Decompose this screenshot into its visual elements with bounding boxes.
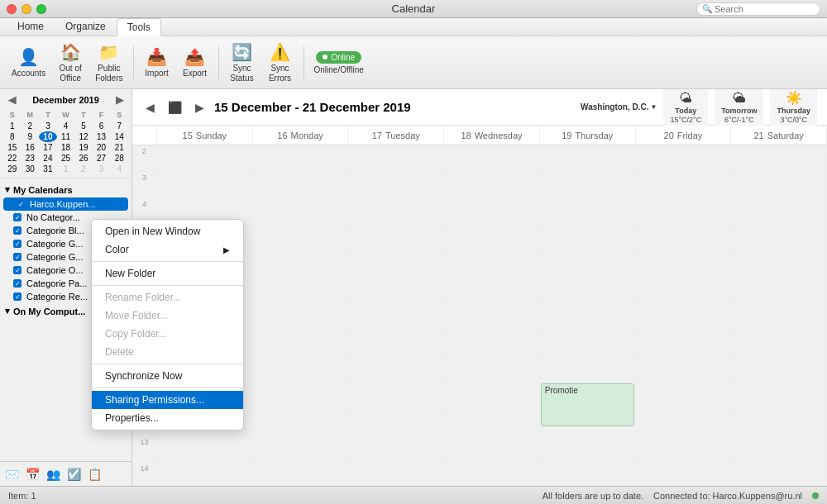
cal-cell-4-5[interactable] xyxy=(636,251,732,278)
cal-cell-6-4[interactable] xyxy=(540,304,636,330)
cal-cell-1-2[interactable] xyxy=(348,172,444,198)
mini-cal-day-0-0[interactable]: 1 xyxy=(3,121,22,131)
mini-cal-day-3-4[interactable]: 26 xyxy=(74,153,93,164)
cal-cell-5-2[interactable] xyxy=(348,278,444,304)
mini-cal-day-1-2[interactable]: 10 xyxy=(39,131,57,142)
cal-cell-12-4[interactable] xyxy=(540,463,636,486)
mini-cal-day-2-2[interactable]: 17 xyxy=(39,142,57,153)
cal-cell-9-3[interactable] xyxy=(444,383,540,410)
cal-cell-2-5[interactable] xyxy=(636,198,732,225)
cal-cell-11-3[interactable] xyxy=(444,436,540,463)
cal-cell-6-5[interactable] xyxy=(636,304,732,330)
mini-cal-day-3-5[interactable]: 27 xyxy=(93,153,111,164)
cal-cell-12-1[interactable] xyxy=(253,463,349,486)
cal-cell-2-4[interactable] xyxy=(540,198,636,225)
cal-cell-1-6[interactable] xyxy=(731,172,827,198)
cal-cell-11-2[interactable] xyxy=(348,436,444,463)
cal-cell-6-3[interactable] xyxy=(444,304,540,330)
day-header-20[interactable]: 20 Friday xyxy=(636,126,732,145)
cal-cell-7-6[interactable] xyxy=(731,330,827,357)
cal-cell-7-3[interactable] xyxy=(444,330,540,357)
day-header-15[interactable]: 15 Sunday xyxy=(157,126,253,145)
cal-cell-6-6[interactable] xyxy=(731,304,827,330)
cal-cell-0-0[interactable] xyxy=(157,145,253,172)
calendar-icon[interactable]: 📅 xyxy=(26,468,40,481)
cal-cell-9-4[interactable]: Promotie▼ xyxy=(540,383,636,410)
my-calendars-group[interactable]: ▾ My Calendars xyxy=(0,182,131,197)
cal-cell-11-5[interactable] xyxy=(636,436,732,463)
accounts-button[interactable]: 👤 Accounts xyxy=(7,44,50,81)
mini-cal-day-1-4[interactable]: 12 xyxy=(74,131,93,142)
mini-cal-day-0-5[interactable]: 6 xyxy=(93,121,111,131)
cal-cell-2-3[interactable] xyxy=(444,198,540,225)
out-of-office-button[interactable]: 🏠 Out ofOffice xyxy=(52,39,88,87)
cal-cell-5-6[interactable] xyxy=(731,278,827,304)
cal-cell-3-3[interactable] xyxy=(444,225,540,251)
cal-cell-4-2[interactable] xyxy=(348,251,444,278)
day-header-19[interactable]: 19 Thursday xyxy=(540,126,636,145)
cal-cell-3-5[interactable] xyxy=(636,225,732,251)
mini-cal-day-1-0[interactable]: 8 xyxy=(3,131,22,142)
mini-cal-day-3-1[interactable]: 23 xyxy=(22,153,40,164)
cal-cell-1-4[interactable] xyxy=(540,172,636,198)
cal-cell-1-1[interactable] xyxy=(253,172,349,198)
minimize-button[interactable] xyxy=(22,4,31,14)
cal-cell-0-2[interactable] xyxy=(348,145,444,172)
sync-status-button[interactable]: 🔄 SyncStatus xyxy=(224,39,261,87)
mini-cal-day-3-0[interactable]: 22 xyxy=(3,153,22,164)
cal-cell-0-6[interactable] xyxy=(731,145,827,172)
cal-cell-7-2[interactable] xyxy=(348,330,444,357)
cal-cell-0-4[interactable] xyxy=(540,145,636,172)
mini-cal-day-1-1[interactable]: 9 xyxy=(22,131,40,142)
cal-cell-2-2[interactable] xyxy=(348,198,444,225)
ctx-synchronize-now[interactable]: Synchronize Now xyxy=(92,367,243,385)
cal-cell-1-0[interactable] xyxy=(157,172,253,198)
ctx-open-new-window[interactable]: Open in New Window xyxy=(92,222,243,240)
location-dropdown-icon[interactable]: ▼ xyxy=(651,103,657,111)
cal-cell-9-5[interactable] xyxy=(636,383,732,410)
day-header-18[interactable]: 18 Wednesday xyxy=(444,126,540,145)
cal-prev-button[interactable]: ◀ xyxy=(142,99,158,116)
cal-cell-10-3[interactable] xyxy=(444,410,540,436)
cal-cell-8-3[interactable] xyxy=(444,357,540,383)
mini-cal-day-0-6[interactable]: 7 xyxy=(110,121,128,131)
mini-cal-day-2-4[interactable]: 19 xyxy=(74,142,93,153)
cal-cell-5-4[interactable] xyxy=(540,278,636,304)
cal-cell-3-2[interactable] xyxy=(348,225,444,251)
cal-cell-1-5[interactable] xyxy=(636,172,732,198)
cal-cell-11-0[interactable] xyxy=(157,436,253,463)
cal-cell-4-6[interactable] xyxy=(731,251,827,278)
cal-cell-11-1[interactable] xyxy=(253,436,349,463)
cal-cell-2-6[interactable] xyxy=(731,198,827,225)
tasks-icon[interactable]: ☑️ xyxy=(67,468,81,481)
tab-organize[interactable]: Organize xyxy=(55,17,117,36)
mini-cal-day-4-0[interactable]: 29 xyxy=(3,164,22,174)
public-folders-button[interactable]: 📁 PublicFolders xyxy=(90,39,127,87)
cal-cell-3-1[interactable] xyxy=(253,225,349,251)
cal-cell-8-4[interactable] xyxy=(540,357,636,383)
sync-errors-button[interactable]: ⚠️ SyncErrors xyxy=(262,39,299,87)
promotie-event[interactable]: Promotie xyxy=(541,383,634,426)
cal-cell-7-5[interactable] xyxy=(636,330,732,357)
ctx-properties[interactable]: Properties... xyxy=(92,409,243,427)
cal-cell-12-3[interactable] xyxy=(444,463,540,486)
cal-cell-10-6[interactable] xyxy=(731,410,827,436)
cal-cell-8-5[interactable] xyxy=(636,357,732,383)
cal-cell-4-3[interactable] xyxy=(444,251,540,278)
mini-cal-day-4-3[interactable]: 1 xyxy=(57,164,75,174)
mini-cal-day-4-6[interactable]: 4 xyxy=(110,164,128,174)
mini-cal-day-2-5[interactable]: 20 xyxy=(93,142,111,153)
cal-next-button[interactable]: ▶ xyxy=(192,99,208,116)
cal-cell-12-2[interactable] xyxy=(348,463,444,486)
tab-tools[interactable]: Tools xyxy=(117,18,161,36)
cal-cell-7-1[interactable] xyxy=(253,330,349,357)
mini-cal-day-3-2[interactable]: 24 xyxy=(39,153,57,164)
cal-cell-6-1[interactable] xyxy=(253,304,349,330)
mini-cal-day-1-5[interactable]: 13 xyxy=(93,131,111,142)
cal-home-button[interactable]: ⬛ xyxy=(165,99,185,116)
cal-cell-7-4[interactable] xyxy=(540,330,636,357)
cal-cell-4-1[interactable] xyxy=(253,251,349,278)
ctx-new-folder[interactable]: New Folder xyxy=(92,264,243,283)
cal-cell-2-1[interactable] xyxy=(253,198,349,225)
cal-cell-12-5[interactable] xyxy=(636,463,732,486)
